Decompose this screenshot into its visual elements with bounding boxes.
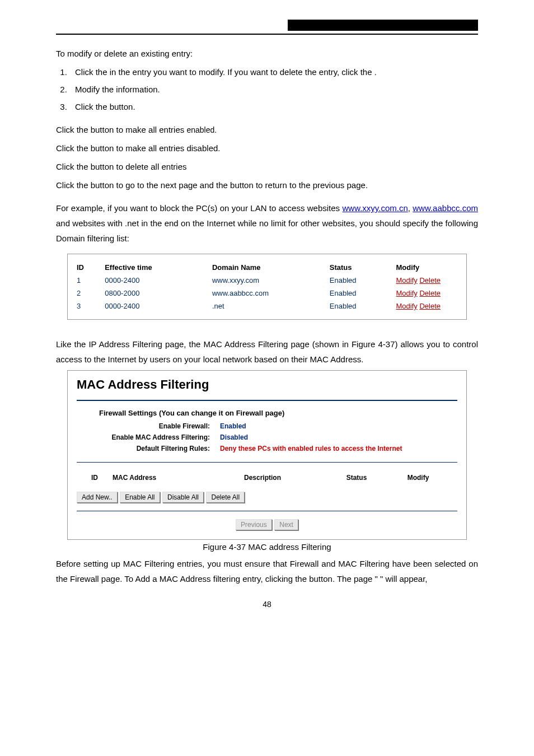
next-button[interactable]: Next (274, 519, 298, 530)
step-1: Click the in the entry you want to modif… (69, 64, 478, 80)
step1-a: Click the (75, 67, 110, 77)
delete-link[interactable]: Delete (419, 302, 441, 310)
val-rules: Deny these PCs with enabled rules to acc… (220, 445, 402, 452)
disable-all-button[interactable]: Disable All (162, 492, 204, 503)
cell-status: Enabled (330, 302, 396, 310)
col-id: ID (77, 263, 105, 272)
col-time: Effective time (105, 263, 212, 272)
step3-b: button. (110, 102, 135, 111)
h-desc: Description (202, 474, 323, 482)
txt: button to go to the next page and the (91, 180, 230, 190)
txt: button to make all entries (91, 125, 187, 134)
delete-link[interactable]: Delete (419, 289, 441, 297)
val-enable-mac: Disabled (220, 433, 248, 441)
lbl-enable-fw: Enable Firewall: (77, 422, 220, 430)
link-xxyy[interactable]: www.xxyy.com.cn (342, 203, 407, 213)
page-number: 48 (56, 600, 478, 609)
header-rule (56, 22, 478, 35)
header-black-bar (288, 20, 478, 31)
val-enable-fw: Enabled (220, 422, 246, 430)
txt: Click the (56, 125, 91, 134)
p-enable: Click the button to make all entries ena… (56, 122, 478, 137)
mac-title: MAC Address Filtering (77, 377, 457, 392)
txt: button to delete all entries (91, 162, 187, 171)
cell-id: 1 (77, 276, 105, 284)
step-3: Click the button. (69, 99, 478, 114)
link-aabbcc[interactable]: www.aabbcc.com (413, 203, 478, 213)
txt: button to return to the previous page. (230, 180, 368, 190)
cell-time: 0800-2000 (105, 289, 212, 297)
cell-time: 0000-2400 (105, 276, 212, 284)
divider (77, 511, 457, 511)
col-status: Status (330, 263, 396, 272)
cell-status: Enabled (330, 289, 396, 297)
h-id: ID (77, 474, 113, 482)
txt: Click the (56, 180, 91, 190)
txt: For example, if you want to block the PC… (56, 203, 342, 213)
divider (77, 400, 457, 401)
txt: Before setting up MAC Filtering entries,… (56, 559, 290, 568)
mac-filtering-box: MAC Address Filtering Firewall Settings … (67, 370, 467, 540)
cell-status: Enabled (330, 276, 396, 284)
step3-a: Click the (75, 102, 110, 111)
modify-link[interactable]: Modify (396, 289, 417, 297)
lbl-enable-mac: Enable MAC Address Filtering: (77, 433, 220, 441)
h-mac: MAC Address (113, 474, 202, 482)
txt: Firewall and (290, 559, 339, 568)
previous-button[interactable]: Previous (236, 519, 272, 530)
cell-id: 3 (77, 302, 105, 310)
modify-link[interactable]: Modify (396, 276, 417, 284)
delete-all-button[interactable]: Delete All (206, 492, 245, 503)
step1-b: in the entry you want to modify. If you … (110, 67, 374, 77)
figure-caption: Figure 4-37 MAC address Filtering (56, 542, 478, 552)
txt: Click the (56, 162, 91, 171)
txt: and websites with .net in the end on the… (56, 218, 478, 243)
modify-link[interactable]: Modify (396, 302, 417, 310)
txt: " will appear, (380, 574, 428, 584)
col-domain: Domain Name (212, 263, 330, 272)
p-like: Like the IP Address Filtering page, the … (56, 337, 478, 367)
txt: button. The page " (309, 574, 378, 584)
domain-filter-table: ID Effective time Domain Name Status Mod… (67, 254, 467, 320)
txt: enabled. (186, 125, 217, 134)
txt: Click the (56, 143, 91, 153)
txt: button to make all entries disabled. (91, 143, 221, 153)
step-2: Modify the information. (69, 82, 478, 97)
delete-link[interactable]: Delete (419, 276, 441, 284)
add-new-button[interactable]: Add New.. (77, 492, 118, 503)
p-delete: Click the button to delete all entries (56, 159, 478, 174)
h-modify: Modify (390, 474, 446, 482)
cell-domain: www.aabbcc.com (212, 289, 330, 297)
lbl-rules: Default Filtering Rules: (77, 445, 220, 452)
cell-time: 0000-2400 (105, 302, 212, 310)
step1-c: . (374, 67, 377, 77)
enable-all-button[interactable]: Enable All (120, 492, 160, 503)
cell-domain: www.xxyy.com (212, 276, 330, 284)
h-status: Status (323, 474, 390, 482)
fw-heading: Firewall Settings (You can change it on … (77, 409, 457, 417)
p-nav: Click the button to go to the next page … (56, 178, 478, 193)
p-disable: Click the button to make all entries dis… (56, 141, 478, 156)
divider (77, 462, 457, 463)
p-example: For example, if you want to block the PC… (56, 200, 478, 246)
col-modify: Modify (396, 263, 457, 272)
cell-domain: .net (212, 302, 330, 310)
txt: , (408, 203, 413, 213)
p-before: Before setting up MAC Filtering entries,… (56, 556, 478, 586)
intro-text: To modify or delete an existing entry: (56, 46, 478, 61)
cell-id: 2 (77, 289, 105, 297)
